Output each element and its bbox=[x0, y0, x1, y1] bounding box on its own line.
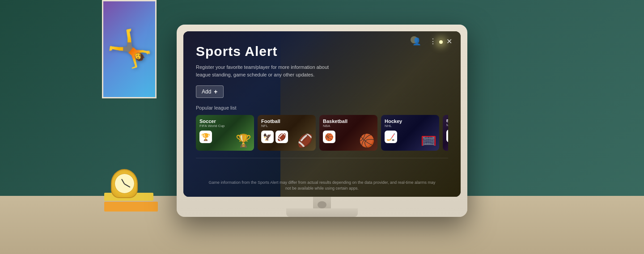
app-subtitle: Register your favorite team/player for m… bbox=[196, 64, 366, 78]
league-card-soccer[interactable]: Soccer FIFA World Cup 🏆 🏆 bbox=[196, 115, 254, 151]
sports-alert-app: 👤 ⋮ ✕ Sports Alert Register your favorit… bbox=[183, 31, 461, 197]
football-league-name: NFL bbox=[261, 124, 312, 128]
poster-figure: 🤸 bbox=[102, 23, 157, 76]
clock-minute-hand bbox=[124, 183, 131, 187]
monitor: 👤 ⋮ ✕ Sports Alert Register your favorit… bbox=[177, 25, 467, 217]
more-options-icon[interactable]: ⋮ bbox=[428, 36, 438, 47]
football-icon: 🏈 bbox=[297, 133, 313, 148]
monitor-base bbox=[286, 208, 358, 217]
subtitle-line1: Register your favorite team/player for m… bbox=[196, 64, 329, 70]
basketball-sport-name: Basketball bbox=[323, 119, 374, 124]
basketball-league-name: NBA bbox=[323, 124, 374, 128]
league-card-hockey[interactable]: Hockey NHL 🏒 🥅 bbox=[381, 115, 439, 151]
footer-line2: not be available while using certain app… bbox=[285, 186, 359, 190]
top-bar: 👤 ⋮ ✕ bbox=[405, 31, 461, 51]
footer-line1: Game information from the Sports Alert m… bbox=[208, 180, 435, 185]
hockey-puck-icon: 🥅 bbox=[421, 133, 436, 148]
football-sport-name: Football bbox=[261, 119, 312, 124]
stand-circle bbox=[318, 201, 326, 208]
baseball-card-content: Baseb... MLB ⚾ bbox=[443, 115, 448, 151]
add-button[interactable]: Add + bbox=[196, 85, 224, 98]
baseball-league-name: MLB bbox=[446, 123, 448, 127]
league-cards-container: Soccer FIFA World Cup 🏆 🏆 Foot bbox=[196, 115, 448, 151]
soccer-team-icon: 🏆 bbox=[199, 131, 212, 143]
soccer-league-name: FIFA World Cup bbox=[199, 124, 250, 128]
book-bottom bbox=[104, 202, 158, 212]
basketball-icon: 🏀 bbox=[359, 133, 375, 148]
baseball-team-icon: ⚾ bbox=[446, 130, 448, 142]
league-card-baseball[interactable]: Baseb... MLB ⚾ bbox=[443, 115, 448, 151]
baseball-sport-name: Baseb... bbox=[446, 119, 448, 123]
wall-poster: 🤸 bbox=[102, 0, 157, 98]
subtitle-line2: league standing, game schedule or any ot… bbox=[196, 72, 314, 77]
hockey-sport-name: Hockey bbox=[385, 119, 436, 124]
monitor-screen: 👤 ⋮ ✕ Sports Alert Register your favorit… bbox=[183, 31, 461, 197]
clock-face bbox=[114, 174, 135, 194]
alarm-clock bbox=[111, 169, 138, 198]
football-team-icon2: 🏈 bbox=[275, 131, 288, 143]
monitor-bezel: 👤 ⋮ ✕ Sports Alert Register your favorit… bbox=[183, 31, 461, 197]
hockey-league-name: NHL bbox=[385, 124, 436, 128]
league-card-basketball[interactable]: Basketball NBA 🏀 🏀 bbox=[319, 115, 377, 151]
basketball-team-icon: 🏀 bbox=[323, 131, 335, 143]
league-card-football[interactable]: Football NFL 🦅 🏈 🏈 bbox=[258, 115, 316, 151]
monitor-stand bbox=[313, 197, 331, 209]
account-icon[interactable]: 👤 bbox=[411, 36, 422, 47]
screen-divider bbox=[196, 158, 448, 158]
hockey-team-icon: 🏒 bbox=[385, 131, 397, 143]
close-icon[interactable]: ✕ bbox=[444, 36, 454, 47]
section-label: Popular league list bbox=[196, 105, 448, 110]
add-button-label: Add bbox=[202, 89, 211, 95]
football-team-icon1: 🦅 bbox=[261, 131, 274, 143]
soccer-sport-name: Soccer bbox=[199, 119, 250, 124]
baseball-card-icons: ⚾ bbox=[446, 130, 448, 142]
footer-disclaimer: Game information from the Sports Alert m… bbox=[183, 180, 461, 191]
soccer-ball-icon: 🏆 bbox=[236, 133, 251, 148]
add-plus-icon: + bbox=[214, 88, 217, 95]
